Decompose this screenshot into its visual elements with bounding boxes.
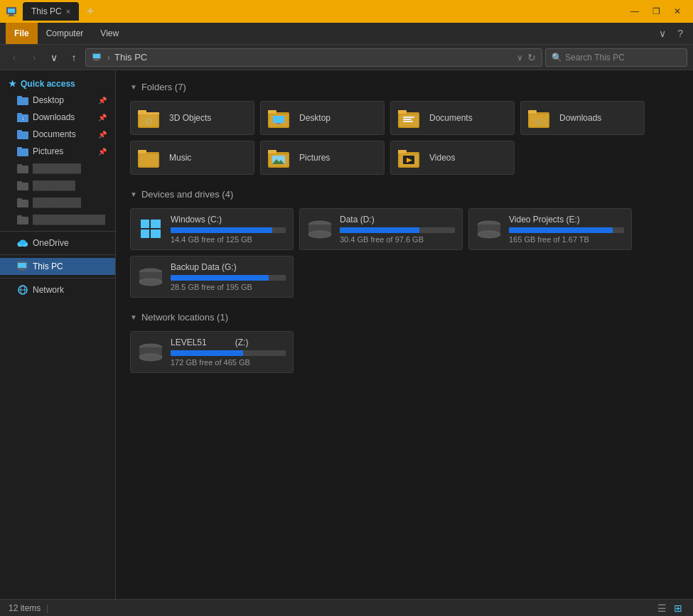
forward-button[interactable]: › — [26, 49, 43, 66]
ribbon-expand-icon[interactable]: ∨ — [655, 26, 670, 40]
data-d-info: Data (D:) 30.4 GB free of 97.6 GB — [340, 215, 455, 244]
refresh-button[interactable]: ↻ — [527, 52, 536, 63]
data-d-space: 30.4 GB free of 97.6 GB — [340, 235, 455, 244]
sidebar-item-blurred-4[interactable]: ████████████ — [0, 211, 115, 228]
windows-c-bar-bg — [171, 227, 286, 233]
svg-point-85 — [139, 354, 162, 361]
up-button[interactable]: ↑ — [65, 49, 82, 66]
tiles-view-button[interactable]: ⊞ — [672, 601, 684, 615]
ribbon-tab-bar: File Computer View ∨ ? — [0, 23, 693, 44]
network-section-header[interactable]: ▼ Network locations (1) — [130, 312, 679, 323]
dropdown-history-icon: ∨ — [50, 52, 58, 63]
svg-rect-31 — [18, 270, 25, 271]
sidebar-blurred-label-1: ████████ — [33, 163, 81, 173]
folder-videos[interactable]: Videos — [390, 141, 515, 175]
sidebar-item-network[interactable]: Network — [0, 281, 115, 298]
file-explorer-tab[interactable]: This PC × — [23, 2, 79, 21]
folder-pictures-icon — [268, 145, 294, 171]
desktop-folder-icon — [17, 94, 28, 106]
folder-desktop[interactable]: Desktop — [260, 101, 385, 135]
folder-documents[interactable]: Documents — [390, 101, 515, 135]
minimize-button[interactable]: — — [625, 4, 645, 18]
folder-3d-objects[interactable]: ⬡ 3D Objects — [130, 101, 254, 135]
help-icon[interactable]: ? — [673, 26, 687, 40]
pin-icon-downloads: 📌 — [98, 114, 107, 121]
devices-section-header[interactable]: ▼ Devices and drives (4) — [130, 189, 679, 200]
video-e-drive-icon — [476, 217, 502, 242]
folder-pictures[interactable]: Pictures — [260, 141, 385, 175]
drive-windows-c[interactable]: Windows (C:) 14.4 GB free of 125 GB — [130, 208, 294, 250]
details-view-button[interactable]: ☰ — [655, 601, 669, 615]
svg-rect-9 — [17, 96, 22, 98]
tab-computer[interactable]: Computer — [38, 23, 92, 44]
sidebar-downloads-label: Downloads — [33, 112, 75, 122]
svg-rect-29 — [18, 263, 26, 268]
svg-rect-21 — [17, 200, 28, 207]
sidebar-item-blurred-1[interactable]: ████████ — [0, 160, 115, 177]
network-z-bar-bg — [171, 350, 286, 356]
drive-backup-g[interactable]: Backup Data (G:) 28.5 GB free of 195 GB — [130, 256, 294, 298]
ribbon-right-controls: ∨ ? — [655, 26, 687, 40]
svg-rect-15 — [17, 148, 28, 156]
address-dropdown-icon[interactable]: ∨ — [517, 53, 523, 63]
network-locations-grid: LEVEL51 (Z:) 172 GB free of 465 GB — [130, 331, 679, 373]
new-tab-button[interactable]: + — [82, 3, 99, 20]
tab-view[interactable]: View — [92, 23, 127, 44]
sidebar-pictures-label: Pictures — [33, 146, 63, 156]
sidebar-item-documents[interactable]: Documents 📌 — [0, 126, 115, 143]
video-e-bar-bg — [509, 227, 624, 233]
back-button[interactable]: ‹ — [6, 49, 23, 66]
svg-point-76 — [308, 231, 331, 238]
svg-rect-24 — [17, 215, 22, 217]
data-d-bar-bg — [340, 227, 455, 233]
item-count: 12 items — [9, 603, 41, 613]
video-e-space: 165 GB free of 1.67 TB — [509, 235, 624, 244]
tab-file[interactable]: File — [6, 23, 38, 44]
drive-video-projects-e[interactable]: Video Projects (E:) 165 GB free of 1.67 … — [468, 208, 632, 250]
video-e-name: Video Projects (E:) — [509, 215, 624, 225]
sidebar-item-desktop[interactable]: Desktop 📌 — [0, 92, 115, 109]
svg-rect-1 — [8, 9, 15, 13]
backup-g-space: 28.5 GB free of 195 GB — [171, 283, 286, 291]
close-button[interactable]: ✕ — [667, 4, 687, 18]
backup-g-bar-bg — [171, 275, 286, 281]
view-buttons: ☰ ⊞ — [655, 601, 684, 615]
sidebar-item-onedrive[interactable]: OneDrive — [0, 234, 115, 252]
search-placeholder: Search This PC — [565, 53, 625, 63]
svg-rect-44 — [276, 123, 281, 124]
search-bar[interactable]: 🔍 Search This PC — [545, 48, 687, 67]
svg-text:♪: ♪ — [146, 156, 151, 166]
blurred-folder-icon-3 — [17, 197, 28, 208]
svg-rect-22 — [17, 198, 22, 200]
tab-close-button[interactable]: × — [66, 7, 70, 16]
sidebar-item-downloads[interactable]: ↓ Downloads 📌 — [0, 109, 115, 126]
sidebar-item-this-pc[interactable]: This PC — [0, 258, 115, 275]
svg-rect-18 — [17, 164, 22, 166]
sidebar-item-blurred-3[interactable]: ████████ — [0, 194, 115, 211]
svg-text:↓: ↓ — [21, 115, 24, 121]
svg-rect-37 — [138, 110, 146, 114]
tab-computer-label: Computer — [46, 28, 84, 38]
blurred-folder-icon-4 — [17, 214, 28, 225]
svg-rect-43 — [273, 116, 284, 123]
tab-file-label: File — [14, 28, 29, 38]
address-bar[interactable]: › This PC ∨ ↻ — [85, 48, 542, 67]
svg-rect-2 — [9, 14, 14, 16]
path-separator: › — [107, 53, 110, 63]
sidebar-item-pictures[interactable]: Pictures 📌 — [0, 143, 115, 160]
sidebar-desktop-label: Desktop — [33, 95, 64, 105]
folder-downloads[interactable]: ↓ Downloads — [520, 101, 645, 135]
quick-access-header[interactable]: ★ Quick access — [0, 76, 115, 92]
network-drive-z[interactable]: LEVEL51 (Z:) 172 GB free of 465 GB — [130, 331, 294, 373]
folder-music-label: Music — [169, 153, 191, 163]
status-bar: 12 items | ☰ ⊞ — [0, 599, 693, 616]
maximize-button[interactable]: ❐ — [646, 4, 666, 18]
content-pane: ▼ Folders (7) ⬡ 3D Objects — [116, 70, 693, 599]
folder-music[interactable]: ♪ Music — [130, 141, 254, 175]
folders-section-header[interactable]: ▼ Folders (7) — [130, 82, 679, 92]
sidebar-network-label: Network — [33, 285, 64, 295]
sidebar-this-pc-label: This PC — [33, 261, 63, 271]
sidebar-item-blurred-2[interactable]: ███████ — [0, 177, 115, 194]
drive-data-d[interactable]: Data (D:) 30.4 GB free of 97.6 GB — [299, 208, 463, 250]
dropdown-history-button[interactable]: ∨ — [45, 49, 63, 66]
